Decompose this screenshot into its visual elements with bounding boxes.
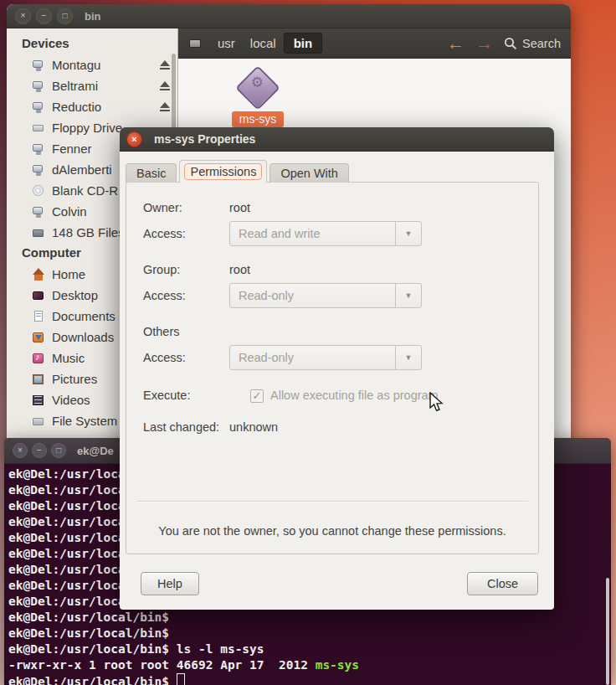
sidebar-item-label: Reductio [52,100,101,114]
close-icon[interactable]: × [13,443,28,458]
file-name-green: ms-sys [316,658,359,672]
sidebar-item-label: Beltrami [52,79,98,93]
permissions-notice: You are not the owner, so you cannot cha… [126,524,538,538]
pictures-icon [32,373,45,386]
dialog-tabs: BasicPermissionsOpen With [126,161,352,183]
usb-icon [32,80,45,93]
close-icon[interactable]: × [126,131,142,147]
tab-label: Permissions [184,163,262,180]
maximize-icon[interactable]: □ [51,443,66,458]
desktop-icon [32,289,45,302]
breadcrumb-bin[interactable]: bin [284,33,323,54]
sidebar-item-label: Downloads [52,330,114,344]
chevron-down-icon: ▼ [395,346,421,369]
sidebar-item-label: Pictures [52,372,97,386]
sidebar-item-label: Fenner [52,142,92,156]
maximize-icon[interactable]: □ [57,8,73,24]
window-title: bin [85,10,101,23]
execute-checkbox-label: Allow executing file as program [270,389,439,402]
sidebar-item-label: dAlemberti [52,162,112,177]
tab-basic[interactable]: Basic [126,163,177,183]
forward-button[interactable]: → [475,34,493,52]
search-icon [504,37,517,50]
music-icon [32,352,45,365]
videos-icon [32,394,45,407]
group-access-label: Access: [143,289,186,302]
execute-checkbox[interactable]: ✓ [250,389,264,403]
breadcrumb: usrlocalbin [210,33,322,54]
others-access-label: Access: [143,351,186,364]
owner-access-dropdown[interactable]: Read and write ▼ [229,221,422,246]
home-icon [32,268,45,281]
permissions-panel: Owner: root Access: Read and write ▼ Gro… [126,182,539,554]
sidebar-item-label: File System [52,414,117,428]
group-access-dropdown[interactable]: Read-only ▼ [229,283,422,308]
usb-icon [32,59,45,72]
terminal-scrollbar-thumb[interactable] [606,578,609,685]
eject-button[interactable] [159,102,171,112]
last-changed-label: Last changed: [143,420,219,434]
owner-label: Owner: [143,201,182,214]
toolbar: usrlocalbin ← → Search [178,28,571,59]
eject-button[interactable] [159,60,171,70]
others-label: Others [143,325,180,338]
dialog-title: ms-sys Properties [154,132,255,146]
sidebar-item-label: Home [52,267,85,281]
terminal-output-line: -rwxr-xr-x 1 root root 46692 Apr 17 2012… [8,657,611,673]
back-button[interactable]: ← [447,34,465,52]
sidebar-item-label: Videos [52,393,90,407]
sidebar-item-reductio[interactable]: Reductio [7,96,177,117]
help-button[interactable]: Help [141,572,199,595]
sidebar-item-beltrami[interactable]: Beltrami [7,75,177,96]
breadcrumb-usr[interactable]: usr [210,33,243,53]
sidebar-item-label: Documents [52,309,116,323]
terminal-prompt-line: ek@Del:/usr/local/bin$ [8,673,611,685]
terminal-prompt-line: ek@Del:/usr/local/bin$ [8,626,611,641]
mouse-cursor [429,392,445,414]
terminal-command-line: ek@Del:/usr/local/bin$ ls -l ms-sys [8,641,611,657]
close-button[interactable]: Close [467,572,538,595]
chevron-down-icon: ▼ [395,284,421,307]
usb-icon [32,205,45,219]
tab-open-with[interactable]: Open With [270,163,349,183]
terminal-title: ek@De [77,445,114,457]
group-label: Group: [143,263,180,276]
file-manager-titlebar: × − □ bin [7,4,571,28]
minimize-icon[interactable]: − [36,8,52,24]
search-button[interactable]: Search [504,37,561,50]
fs-icon [32,415,45,428]
dialog-titlebar: × ms-sys Properties [120,127,554,152]
chevron-down-icon: ▼ [395,222,421,245]
file-ms-sys[interactable]: ⚙ ms-sys [212,65,304,127]
docs-icon [32,310,45,323]
divider [136,501,528,502]
close-icon[interactable]: × [15,8,31,24]
terminal-prompt-line: ek@Del:/usr/local/bin$ [8,610,611,626]
sidebar-item-label: Music [52,351,85,365]
usb-icon [32,163,45,177]
breadcrumb-local[interactable]: local [243,33,284,53]
terminal-cursor [177,673,185,685]
sidebar-item-label: Desktop [52,288,98,302]
sidebar-item-label: Floppy Drive [52,121,122,135]
group-value: root [229,263,250,276]
sidebar-item-label: Colvin [52,204,87,219]
sidebar-item-label: Montagu [52,58,100,72]
tab-label: Open With [280,167,338,180]
search-label: Search [522,37,561,50]
hdd-icon [32,226,45,239]
execute-label: Execute: [143,389,190,402]
others-access-dropdown[interactable]: Read-only ▼ [229,345,422,370]
owner-access-label: Access: [143,227,186,240]
usb-icon [32,142,45,156]
floppy-icon [32,121,45,135]
tab-label: Basic [136,167,166,180]
drive-icon [188,37,202,50]
eject-button[interactable] [159,81,171,91]
minimize-icon[interactable]: − [32,443,47,458]
tab-permissions[interactable]: Permissions [179,160,267,183]
sidebar-item-montagu[interactable]: Montagu [7,54,177,75]
executable-file-icon: ⚙ [235,65,280,111]
properties-dialog: × ms-sys Properties BasicPermissionsOpen… [120,127,554,610]
file-name-selected: ms-sys [232,111,284,127]
